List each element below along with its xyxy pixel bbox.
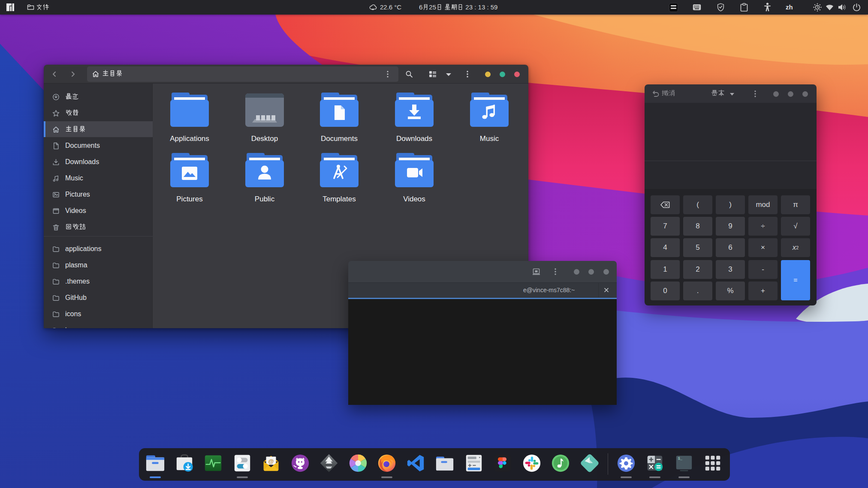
svg-text:@: @ (268, 458, 274, 464)
svg-text:$_: $_ (678, 457, 683, 461)
